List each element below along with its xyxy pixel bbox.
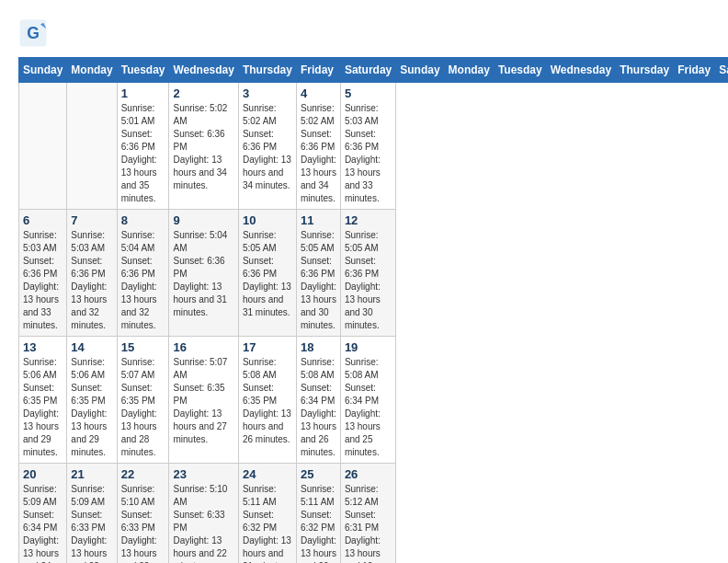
day-info: Sunrise: 5:07 AMSunset: 6:35 PMDaylight:… [121, 356, 165, 459]
calendar-cell: 19Sunrise: 5:08 AMSunset: 6:34 PMDayligh… [340, 337, 395, 464]
day-number: 12 [345, 213, 392, 227]
col-header-tuesday: Tuesday [494, 58, 546, 83]
calendar-week-0: 1Sunrise: 5:01 AMSunset: 6:36 PMDaylight… [19, 83, 729, 210]
day-number: 21 [71, 467, 112, 481]
day-number: 16 [173, 340, 233, 354]
calendar-cell: 7Sunrise: 5:03 AMSunset: 6:36 PMDaylight… [67, 210, 117, 337]
calendar-cell: 18Sunrise: 5:08 AMSunset: 6:34 PMDayligh… [296, 337, 340, 464]
day-info: Sunrise: 5:11 AMSunset: 6:32 PMDaylight:… [301, 483, 336, 563]
day-number: 8 [121, 213, 165, 227]
day-number: 20 [23, 467, 63, 481]
calendar-week-2: 13Sunrise: 5:06 AMSunset: 6:35 PMDayligh… [19, 337, 729, 464]
logo-icon: G [18, 18, 48, 48]
calendar-cell: 4Sunrise: 5:02 AMSunset: 6:36 PMDaylight… [296, 83, 340, 210]
col-header-monday: Monday [444, 58, 494, 83]
calendar-cell: 23Sunrise: 5:10 AMSunset: 6:33 PMDayligh… [169, 464, 238, 564]
calendar-cell: 22Sunrise: 5:10 AMSunset: 6:33 PMDayligh… [117, 464, 169, 564]
day-info: Sunrise: 5:08 AMSunset: 6:35 PMDaylight:… [243, 356, 292, 446]
day-number: 26 [345, 467, 392, 481]
calendar-cell: 14Sunrise: 5:06 AMSunset: 6:35 PMDayligh… [67, 337, 117, 464]
day-number: 2 [173, 86, 233, 100]
calendar-cell: 6Sunrise: 5:03 AMSunset: 6:36 PMDaylight… [19, 210, 67, 337]
calendar-cell: 3Sunrise: 5:02 AMSunset: 6:36 PMDaylight… [238, 83, 296, 210]
calendar-cell: 5Sunrise: 5:03 AMSunset: 6:36 PMDaylight… [340, 83, 395, 210]
header-saturday: Saturday [340, 58, 395, 83]
calendar-cell: 16Sunrise: 5:07 AMSunset: 6:35 PMDayligh… [169, 337, 238, 464]
header-sunday: Sunday [19, 58, 67, 83]
calendar-cell: 21Sunrise: 5:09 AMSunset: 6:33 PMDayligh… [67, 464, 117, 564]
calendar-cell: 24Sunrise: 5:11 AMSunset: 6:32 PMDayligh… [238, 464, 296, 564]
calendar-week-3: 20Sunrise: 5:09 AMSunset: 6:34 PMDayligh… [19, 464, 729, 564]
day-number: 11 [301, 213, 336, 227]
calendar-cell: 26Sunrise: 5:12 AMSunset: 6:31 PMDayligh… [340, 464, 395, 564]
day-number: 1 [121, 86, 165, 100]
calendar-cell [67, 83, 117, 210]
calendar-cell: 8Sunrise: 5:04 AMSunset: 6:36 PMDaylight… [117, 210, 169, 337]
calendar-cell [19, 83, 67, 210]
page-header: G [18, 18, 710, 48]
day-info: Sunrise: 5:09 AMSunset: 6:33 PMDaylight:… [71, 483, 112, 563]
day-number: 24 [243, 467, 292, 481]
day-number: 19 [345, 340, 392, 354]
day-info: Sunrise: 5:07 AMSunset: 6:35 PMDaylight:… [173, 356, 233, 446]
logo: G [18, 18, 51, 48]
calendar-cell: 11Sunrise: 5:05 AMSunset: 6:36 PMDayligh… [296, 210, 340, 337]
day-info: Sunrise: 5:06 AMSunset: 6:35 PMDaylight:… [23, 356, 63, 459]
header-monday: Monday [67, 58, 117, 83]
calendar-cell: 25Sunrise: 5:11 AMSunset: 6:32 PMDayligh… [296, 464, 340, 564]
day-info: Sunrise: 5:08 AMSunset: 6:34 PMDaylight:… [345, 356, 392, 459]
day-info: Sunrise: 5:04 AMSunset: 6:36 PMDaylight:… [173, 229, 233, 319]
day-info: Sunrise: 5:05 AMSunset: 6:36 PMDaylight:… [243, 229, 292, 319]
day-info: Sunrise: 5:05 AMSunset: 6:36 PMDaylight:… [345, 229, 392, 332]
calendar-cell: 17Sunrise: 5:08 AMSunset: 6:35 PMDayligh… [238, 337, 296, 464]
calendar-cell: 13Sunrise: 5:06 AMSunset: 6:35 PMDayligh… [19, 337, 67, 464]
calendar-cell: 2Sunrise: 5:02 AMSunset: 6:36 PMDaylight… [169, 83, 238, 210]
day-number: 10 [243, 213, 292, 227]
day-info: Sunrise: 5:01 AMSunset: 6:36 PMDaylight:… [121, 102, 165, 205]
day-info: Sunrise: 5:10 AMSunset: 6:33 PMDaylight:… [121, 483, 165, 563]
col-header-saturday: Saturday [715, 58, 728, 83]
day-info: Sunrise: 5:05 AMSunset: 6:36 PMDaylight:… [301, 229, 336, 332]
day-info: Sunrise: 5:02 AMSunset: 6:36 PMDaylight:… [243, 102, 292, 192]
day-number: 13 [23, 340, 63, 354]
calendar-cell: 15Sunrise: 5:07 AMSunset: 6:35 PMDayligh… [117, 337, 169, 464]
day-number: 4 [301, 86, 336, 100]
day-info: Sunrise: 5:03 AMSunset: 6:36 PMDaylight:… [71, 229, 112, 332]
day-number: 5 [345, 86, 392, 100]
calendar-week-1: 6Sunrise: 5:03 AMSunset: 6:36 PMDaylight… [19, 210, 729, 337]
day-info: Sunrise: 5:03 AMSunset: 6:36 PMDaylight:… [345, 102, 392, 205]
calendar-cell: 9Sunrise: 5:04 AMSunset: 6:36 PMDaylight… [169, 210, 238, 337]
col-header-friday: Friday [674, 58, 715, 83]
day-number: 23 [173, 467, 233, 481]
calendar-header-row: SundayMondayTuesdayWednesdayThursdayFrid… [19, 58, 729, 83]
calendar-cell: 10Sunrise: 5:05 AMSunset: 6:36 PMDayligh… [238, 210, 296, 337]
day-number: 15 [121, 340, 165, 354]
day-number: 18 [301, 340, 336, 354]
col-header-wednesday: Wednesday [546, 58, 615, 83]
header-thursday: Thursday [238, 58, 296, 83]
day-info: Sunrise: 5:06 AMSunset: 6:35 PMDaylight:… [71, 356, 112, 459]
day-info: Sunrise: 5:11 AMSunset: 6:32 PMDaylight:… [243, 483, 292, 563]
day-number: 3 [243, 86, 292, 100]
day-info: Sunrise: 5:09 AMSunset: 6:34 PMDaylight:… [23, 483, 63, 563]
day-number: 14 [71, 340, 112, 354]
header-wednesday: Wednesday [169, 58, 238, 83]
day-number: 17 [243, 340, 292, 354]
day-info: Sunrise: 5:12 AMSunset: 6:31 PMDaylight:… [345, 483, 392, 563]
day-info: Sunrise: 5:03 AMSunset: 6:36 PMDaylight:… [23, 229, 63, 332]
day-number: 25 [301, 467, 336, 481]
day-info: Sunrise: 5:02 AMSunset: 6:36 PMDaylight:… [173, 102, 233, 192]
day-number: 22 [121, 467, 165, 481]
day-number: 9 [173, 213, 233, 227]
day-info: Sunrise: 5:10 AMSunset: 6:33 PMDaylight:… [173, 483, 233, 563]
day-number: 6 [23, 213, 63, 227]
header-friday: Friday [296, 58, 340, 83]
col-header-thursday: Thursday [616, 58, 674, 83]
day-info: Sunrise: 5:04 AMSunset: 6:36 PMDaylight:… [121, 229, 165, 332]
calendar-table: SundayMondayTuesdayWednesdayThursdayFrid… [18, 57, 728, 563]
svg-text:G: G [27, 24, 40, 42]
calendar-cell: 1Sunrise: 5:01 AMSunset: 6:36 PMDaylight… [117, 83, 169, 210]
day-number: 7 [71, 213, 112, 227]
day-info: Sunrise: 5:02 AMSunset: 6:36 PMDaylight:… [301, 102, 336, 205]
day-info: Sunrise: 5:08 AMSunset: 6:34 PMDaylight:… [301, 356, 336, 459]
